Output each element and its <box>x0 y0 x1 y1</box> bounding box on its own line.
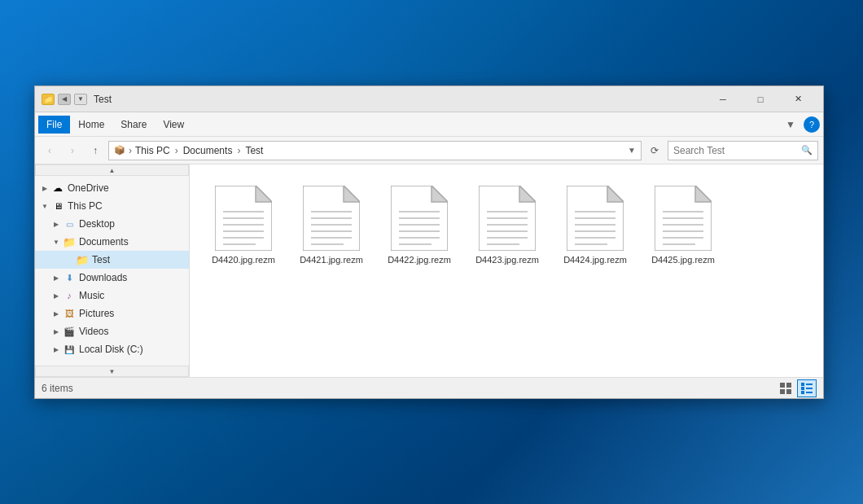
sidebar-item-onedrive[interactable]: ▶ ☁ OneDrive <box>35 179 189 197</box>
address-path[interactable]: 📦 › This PC › Documents › Test ▼ <box>108 141 642 160</box>
file-name-2: D4422.jpg.rezm <box>388 254 451 265</box>
file-explorer-window: 📁 ◀ ▼ Test ─ □ ✕ File Home Share View ▼ … <box>34 85 824 399</box>
local-disk-label: Local Disk (C:) <box>79 344 143 355</box>
item-count: 6 items <box>42 383 776 394</box>
documents-icon: 📁 <box>63 235 76 248</box>
file-content-area: D4420.jpg.rezm <box>190 164 823 377</box>
search-input[interactable] <box>673 145 801 156</box>
sidebar: ▲ ▶ ☁ OneDrive ▼ 🖥 This PC ▶ ▭ <box>35 164 190 377</box>
test-label: Test <box>92 254 110 265</box>
menu-expand-icon[interactable]: ▼ <box>781 115 800 134</box>
svg-rect-57 <box>806 392 813 393</box>
onedrive-label: OneDrive <box>68 182 109 194</box>
file-item-5[interactable]: D4425.jpg.rezm <box>642 177 724 364</box>
path-this-pc-label: This PC <box>135 145 170 156</box>
status-bar: 6 items <box>35 377 823 398</box>
quick-access-down-icon[interactable]: ▼ <box>74 94 87 105</box>
file-item-2[interactable]: D4422.jpg.rezm <box>379 177 460 364</box>
svg-marker-9 <box>344 186 360 202</box>
svg-rect-54 <box>801 387 804 390</box>
music-label: Music <box>79 290 104 301</box>
menu-bar: File Home Share View ▼ ? <box>35 112 823 137</box>
svg-marker-41 <box>695 186 712 202</box>
sidebar-item-test[interactable]: ▶ 📁 Test <box>35 251 189 269</box>
grid-view-button[interactable] <box>776 379 795 397</box>
file-item-1[interactable]: D4421.jpg.rezm <box>291 177 372 364</box>
sidebar-item-documents[interactable]: ▼ 📁 Documents <box>35 233 189 251</box>
svg-rect-50 <box>780 389 785 394</box>
menu-view[interactable]: View <box>155 116 192 134</box>
file-item-0[interactable]: D4420.jpg.rezm <box>203 177 284 364</box>
address-bar: ‹ › ↑ 📦 › This PC › Documents › Test ▼ ⟳… <box>35 137 823 164</box>
file-grid: D4420.jpg.rezm <box>190 164 823 377</box>
music-icon: ♪ <box>63 289 76 302</box>
sidebar-item-videos[interactable]: ▶ 🎬 Videos <box>35 322 189 340</box>
up-button[interactable]: ↑ <box>85 141 105 160</box>
file-icon-2 <box>391 186 448 251</box>
sidebar-item-local-disk[interactable]: ▶ 💾 Local Disk (C:) <box>35 340 189 358</box>
expand-icon-pictures: ▶ <box>51 309 61 318</box>
svg-marker-17 <box>432 186 448 202</box>
svg-rect-56 <box>801 391 804 394</box>
sidebar-item-pictures[interactable]: ▶ 🖼 Pictures <box>35 305 189 322</box>
path-this-pc: 📦 <box>114 145 125 156</box>
title-bar-icons: 📁 ◀ ▼ <box>42 94 87 105</box>
downloads-label: Downloads <box>79 272 127 283</box>
expand-icon-desktop: ▶ <box>51 219 61 229</box>
address-dropdown-icon[interactable]: ▼ <box>628 146 636 155</box>
help-button[interactable]: ? <box>804 116 820 133</box>
sidebar-item-music[interactable]: ▶ ♪ Music <box>35 287 189 305</box>
search-icon[interactable]: 🔍 <box>801 145 813 156</box>
sidebar-item-desktop[interactable]: ▶ ▭ Desktop <box>35 215 189 233</box>
refresh-button[interactable]: ⟳ <box>645 141 664 160</box>
file-icon-1 <box>303 186 360 251</box>
sidebar-scroll-up[interactable]: ▲ <box>35 164 189 176</box>
file-item-4[interactable]: D4424.jpg.rezm <box>554 177 636 364</box>
expand-icon-videos: ▶ <box>51 327 61 336</box>
view-controls <box>776 379 817 397</box>
window-controls: ─ □ ✕ <box>704 86 817 112</box>
svg-rect-48 <box>780 383 785 388</box>
expand-icon-documents: ▼ <box>51 237 61 247</box>
svg-marker-33 <box>607 186 624 202</box>
svg-rect-49 <box>786 383 791 388</box>
pictures-label: Pictures <box>79 308 114 319</box>
menu-share[interactable]: Share <box>112 116 155 134</box>
details-view-button[interactable] <box>797 379 817 397</box>
path-sep-2: › <box>175 145 178 156</box>
search-box[interactable]: 🔍 <box>668 141 818 160</box>
svg-rect-53 <box>806 383 813 385</box>
expand-icon-onedrive: ▶ <box>40 183 50 193</box>
menu-home[interactable]: Home <box>70 116 112 134</box>
forward-button[interactable]: › <box>63 141 82 160</box>
file-icon-4 <box>567 186 624 251</box>
close-button[interactable]: ✕ <box>779 86 817 112</box>
menu-file[interactable]: File <box>38 116 70 134</box>
file-name-5: D4425.jpg.rezm <box>651 254 715 265</box>
local-disk-icon: 💾 <box>63 343 76 356</box>
file-name-0: D4420.jpg.rezm <box>212 254 275 265</box>
sidebar-items: ▶ ☁ OneDrive ▼ 🖥 This PC ▶ ▭ Desktop <box>35 164 189 365</box>
file-item-3[interactable]: D4423.jpg.rezm <box>467 177 548 364</box>
expand-icon-local-disk: ▶ <box>51 344 61 354</box>
minimize-button[interactable]: ─ <box>704 86 742 112</box>
title-bar: 📁 ◀ ▼ Test ─ □ ✕ <box>35 86 823 112</box>
file-name-1: D4421.jpg.rezm <box>300 254 363 265</box>
back-button[interactable]: ‹ <box>40 141 59 160</box>
quick-access-back-icon: ◀ <box>58 94 71 105</box>
desktop-label: Desktop <box>79 218 115 230</box>
expand-icon-downloads: ▶ <box>51 273 61 283</box>
grid-view-icon <box>780 383 791 394</box>
svg-marker-1 <box>256 186 272 202</box>
maximize-button[interactable]: □ <box>742 86 779 112</box>
file-icon-5 <box>655 186 712 251</box>
path-test: Test <box>245 145 263 156</box>
pictures-icon: 🖼 <box>63 307 76 320</box>
desktop-icon: ▭ <box>63 217 76 230</box>
file-name-3: D4423.jpg.rezm <box>475 254 539 265</box>
sidebar-item-this-pc[interactable]: ▼ 🖥 This PC <box>35 197 189 215</box>
videos-icon: 🎬 <box>63 325 76 338</box>
onedrive-icon: ☁ <box>51 182 64 195</box>
sidebar-item-downloads[interactable]: ▶ ⬇ Downloads <box>35 269 189 287</box>
sidebar-scroll-down[interactable]: ▼ <box>35 366 189 377</box>
